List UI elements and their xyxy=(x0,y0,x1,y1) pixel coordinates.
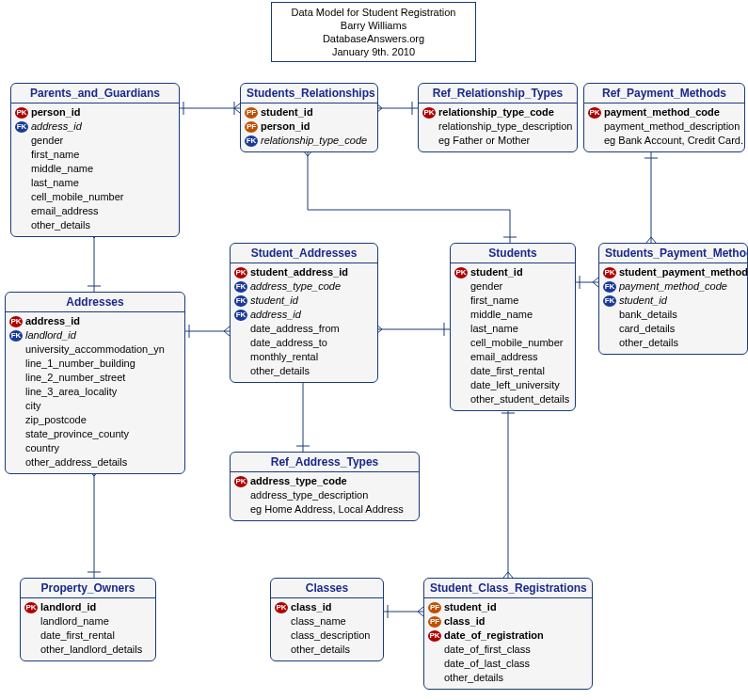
column-name: address_id xyxy=(250,308,301,322)
column-name: class_id xyxy=(444,614,485,628)
fk-icon: FK xyxy=(603,281,616,293)
column-name: student_address_id xyxy=(250,265,348,279)
column-name: student_id xyxy=(470,265,523,279)
column-name: gender xyxy=(470,279,502,294)
column-name: relationship_type_description xyxy=(438,119,572,134)
column-row: zip_postcode xyxy=(9,413,181,427)
fk-icon: FK xyxy=(234,295,247,307)
entity-title: Addresses xyxy=(6,293,184,312)
column-name: other_details xyxy=(250,364,310,378)
column-name: address_type_code xyxy=(250,474,347,488)
entity-student-class-registrations: Student_Class_Registrations PFstudent_id… xyxy=(423,578,593,690)
column-row: university_accommodation_yn xyxy=(9,342,181,357)
column-row: class_name xyxy=(275,614,379,628)
column-name: other_details xyxy=(619,336,678,350)
entity-parents-and-guardians: Parents_and_Guardians PKperson_idFKaddre… xyxy=(10,83,180,237)
column-name: landlord_id xyxy=(40,600,96,614)
column-name: other_landlord_details xyxy=(40,643,142,657)
column-name: eg Father or Mother xyxy=(438,134,530,148)
column-row: FKstudent_id xyxy=(234,294,374,308)
column-row: relationship_type_description xyxy=(422,119,573,134)
entity-ref-relationship-types: Ref_Relationship_Types PKrelationship_ty… xyxy=(418,83,578,152)
entity-body: PKstudent_idgenderfirst_namemiddle_namel… xyxy=(451,263,575,410)
column-row: PKstudent_id xyxy=(454,265,571,279)
column-name: other_student_details xyxy=(470,392,569,406)
svg-point-20 xyxy=(91,242,97,247)
column-row: line_2_number_street xyxy=(9,371,181,385)
column-row: FKaddress_type_code xyxy=(234,279,374,294)
pk-icon: PK xyxy=(234,267,247,278)
entity-title: Property_Owners xyxy=(21,579,155,598)
column-name: eg Home Address, Local Address xyxy=(250,502,404,517)
column-row: PKpayment_method_code xyxy=(588,105,740,119)
column-row: FKlandlord_id xyxy=(9,328,181,342)
entity-body: PKaddress_idFKlandlord_iduniversity_acco… xyxy=(6,312,184,473)
column-row: date_first_rental xyxy=(454,364,571,378)
column-name: cell_mobile_number xyxy=(31,190,123,204)
column-row: payment_method_description xyxy=(588,119,740,134)
column-row: line_1_number_building xyxy=(9,357,181,371)
entity-title: Ref_Payment_Methods xyxy=(584,84,744,103)
entity-classes: Classes PKclass_idclass_nameclass_descri… xyxy=(270,578,384,661)
column-name: person_id xyxy=(261,119,310,134)
entity-title: Classes xyxy=(271,579,383,598)
column-name: middle_name xyxy=(470,308,533,322)
column-name: first_name xyxy=(31,148,79,162)
entity-students-payment-methods: Students_Payment_Methods PKstudent_payme… xyxy=(598,243,748,355)
column-row: middle_name xyxy=(454,308,571,322)
column-name: address_type_code xyxy=(250,279,341,294)
column-row: other_address_details xyxy=(9,455,181,469)
entity-property-owners: Property_Owners PKlandlord_idlandlord_na… xyxy=(20,578,156,661)
entity-title: Students_Relationships xyxy=(241,84,377,103)
fk-icon: FK xyxy=(234,310,247,321)
column-name: class_name xyxy=(291,614,346,628)
column-name: date_first_rental xyxy=(470,364,545,378)
column-name: line_1_number_building xyxy=(25,357,135,371)
column-row: gender xyxy=(454,279,571,294)
column-row: class_description xyxy=(275,628,379,643)
fk-icon: FK xyxy=(234,281,247,293)
column-row: middle_name xyxy=(15,162,175,176)
pf-icon: PF xyxy=(428,616,441,628)
column-name: line_2_number_street xyxy=(25,371,125,385)
pk-icon: PK xyxy=(422,107,436,119)
entity-title: Ref_Address_Types xyxy=(231,453,419,472)
column-row: other_details xyxy=(428,671,588,685)
column-name: address_id xyxy=(31,119,82,134)
column-name: payment_method_code xyxy=(619,279,727,294)
column-name: bank_details xyxy=(619,308,677,322)
column-row: card_details xyxy=(603,322,743,336)
entity-body: PFstudent_idPFperson_idFKrelationship_ty… xyxy=(241,103,377,151)
entity-body: PKclass_idclass_nameclass_descriptionoth… xyxy=(271,598,383,660)
column-row: email_address xyxy=(454,350,571,364)
fk-icon: FK xyxy=(15,121,28,133)
entity-addresses: Addresses PKaddress_idFKlandlord_idunive… xyxy=(5,292,185,474)
column-name: date_address_from xyxy=(250,322,340,336)
pk-icon: PK xyxy=(454,267,468,278)
pf-icon: PF xyxy=(245,121,258,133)
column-name: student_id xyxy=(619,294,667,308)
column-name: person_id xyxy=(31,105,81,119)
column-row: city xyxy=(9,399,181,413)
column-name: card_details xyxy=(619,322,675,336)
column-row: PFclass_id xyxy=(428,614,588,628)
column-row: FKrelationship_type_code xyxy=(245,134,374,148)
column-row: other_details xyxy=(15,218,175,232)
column-name: university_accommodation_yn xyxy=(25,342,165,357)
column-row: date_address_to xyxy=(234,336,374,350)
entity-title: Students_Payment_Methods xyxy=(599,244,747,263)
column-name: last_name xyxy=(470,322,518,336)
column-row: date_first_rental xyxy=(24,628,151,643)
svg-point-17 xyxy=(215,328,221,334)
entity-student-addresses: Student_Addresses PKstudent_address_idFK… xyxy=(230,243,378,383)
title-line: DatabaseAnswers.org xyxy=(281,32,466,45)
column-row: country xyxy=(9,441,181,455)
column-row: PKclass_id xyxy=(275,600,379,614)
column-name: email_address xyxy=(31,204,99,218)
column-name: other_details xyxy=(31,218,90,232)
column-name: first_name xyxy=(470,294,518,308)
column-name: date_of_first_class xyxy=(444,643,531,657)
column-name: landlord_id xyxy=(25,328,76,342)
column-row: FKaddress_id xyxy=(15,119,175,134)
pf-icon: PF xyxy=(245,107,258,119)
